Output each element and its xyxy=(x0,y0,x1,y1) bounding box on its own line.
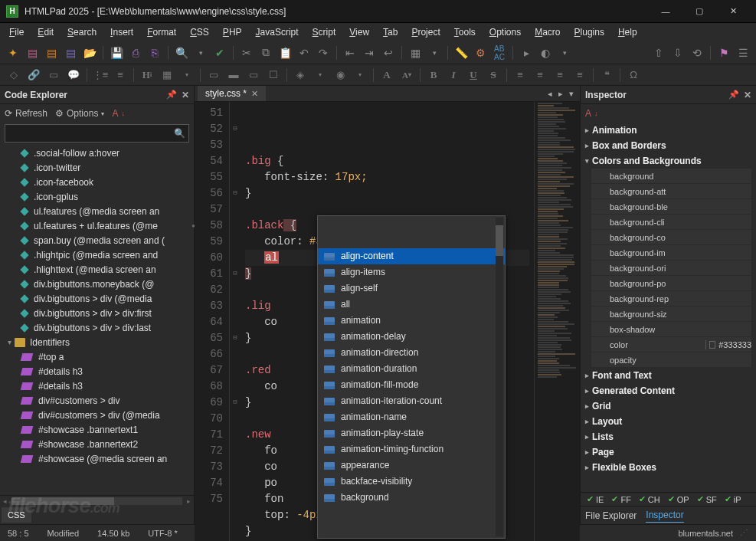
line-number[interactable]: 62 xyxy=(195,282,223,298)
autocomplete-item[interactable]: animation-iteration-count xyxy=(318,393,505,409)
fold-marker[interactable] xyxy=(230,169,241,185)
strike-icon[interactable]: S xyxy=(484,67,502,84)
pin-icon[interactable]: 📌 xyxy=(166,90,177,100)
fold-marker[interactable] xyxy=(230,459,241,475)
refresh-button[interactable]: ⟳Refresh xyxy=(5,108,47,119)
inspector-category[interactable]: ▸Lists xyxy=(581,429,756,444)
script-dropdown-icon[interactable]: ▾ xyxy=(351,67,369,84)
fold-marker[interactable] xyxy=(230,218,241,234)
indent-right-icon[interactable]: ⇥ xyxy=(361,44,378,61)
tree-ident-item[interactable]: #showcase (@media screen an xyxy=(0,451,194,466)
settings-icon[interactable]: ☰ xyxy=(735,44,751,61)
italic-icon[interactable]: I xyxy=(444,67,463,84)
line-number[interactable]: 63 xyxy=(195,298,223,314)
resize-grip-icon[interactable]: ⋰ xyxy=(733,528,748,538)
line-number[interactable]: 64 xyxy=(195,314,223,330)
download-icon[interactable]: ⇩ xyxy=(669,44,686,61)
save-icon[interactable]: 💾 xyxy=(108,44,125,61)
table-icon[interactable]: ▦ xyxy=(158,67,176,84)
fold-marker[interactable] xyxy=(230,282,241,298)
inspector-category[interactable]: ▾Colors and Backgrounds xyxy=(581,153,756,169)
inspector-property[interactable]: background-co xyxy=(591,230,751,244)
autocomplete-scrollbar[interactable] xyxy=(496,218,503,536)
menu-edit[interactable]: Edit xyxy=(31,25,60,39)
autocomplete-item[interactable]: backface-visibility xyxy=(318,474,505,490)
heading-icon[interactable]: Hi xyxy=(138,67,156,84)
code-line[interactable]: .big { xyxy=(245,153,529,169)
panel-close-icon[interactable]: ✕ xyxy=(744,90,751,100)
tree-class-item[interactable]: .hlighttext (@media screen an xyxy=(0,262,194,277)
menu-macro[interactable]: Macro xyxy=(529,25,566,39)
autocomplete-item[interactable]: animation-direction xyxy=(318,345,505,361)
explorer-search[interactable]: 🔍 xyxy=(5,124,189,143)
fold-marker[interactable] xyxy=(230,298,241,314)
css-dropdown-icon[interactable]: ▾ xyxy=(311,67,329,84)
inspector-property[interactable]: background-ble xyxy=(591,199,751,214)
tag-icon[interactable]: ◇ xyxy=(5,67,23,84)
fold-marker[interactable]: ⊟ xyxy=(230,121,241,137)
new-icon[interactable]: ✦ xyxy=(5,44,21,61)
line-number[interactable]: 57 xyxy=(195,202,223,218)
fold-marker[interactable]: ⊟ xyxy=(230,185,241,202)
fold-marker[interactable] xyxy=(230,153,241,169)
fold-marker[interactable] xyxy=(230,491,241,507)
tidy-icon[interactable]: ABAC xyxy=(491,44,508,61)
autocomplete-item[interactable]: align-items xyxy=(318,264,505,280)
line-number[interactable]: 70 xyxy=(195,411,223,427)
tree-class-item[interactable]: .hlightpic (@media screen and xyxy=(0,248,194,262)
comment-icon[interactable]: 💬 xyxy=(64,67,83,84)
tree-class-item[interactable]: .icon-facebook xyxy=(0,175,194,189)
fold-marker[interactable] xyxy=(230,362,241,379)
fold-marker[interactable] xyxy=(230,137,241,153)
checkbox-icon[interactable]: ☐ xyxy=(264,67,283,84)
autocomplete-item[interactable]: background xyxy=(318,490,505,506)
inspector-category[interactable]: ▸Animation xyxy=(581,123,756,138)
inspector-property[interactable]: background-po xyxy=(591,276,751,290)
tree-class-item[interactable]: .icon-twitter xyxy=(0,160,194,175)
font-color-icon[interactable]: A xyxy=(378,67,396,84)
line-number[interactable]: 69 xyxy=(195,395,223,411)
pin-icon[interactable]: 📌 xyxy=(728,90,739,100)
fold-marker[interactable] xyxy=(230,475,241,491)
search-icon[interactable]: 🔍 xyxy=(174,128,185,139)
autocomplete-item[interactable]: animation-duration xyxy=(318,361,505,377)
line-number[interactable]: 59 xyxy=(195,234,223,250)
image-icon[interactable]: ▭ xyxy=(44,67,63,84)
line-number[interactable]: 73 xyxy=(195,459,223,475)
fold-marker[interactable] xyxy=(230,379,241,395)
save-all-icon[interactable]: ⎙ xyxy=(127,44,144,61)
scrollbar-h[interactable]: ◂ ▸ xyxy=(0,495,194,506)
menu-tab[interactable]: Tab xyxy=(377,25,404,39)
explorer-search-input[interactable] xyxy=(8,128,174,139)
close-button[interactable]: ✕ xyxy=(716,1,750,22)
link-icon[interactable]: 🔗 xyxy=(25,67,43,84)
tree-class-item[interactable]: div.bigbuttons > div > div:first xyxy=(0,306,194,320)
copy-icon[interactable]: ⧉ xyxy=(257,44,274,61)
code-line[interactable] xyxy=(245,137,529,153)
inspector-category[interactable]: ▸Page xyxy=(581,444,756,460)
line-number[interactable]: 55 xyxy=(195,169,223,185)
fold-marker[interactable] xyxy=(230,250,241,266)
menu-script[interactable]: Script xyxy=(306,25,342,39)
line-number[interactable]: 72 xyxy=(195,443,223,459)
tab-prev-icon[interactable]: ◂ xyxy=(545,89,555,99)
autocomplete-item[interactable]: animation-name xyxy=(318,409,505,425)
list-bul-icon[interactable]: ≡ xyxy=(111,67,129,84)
new-js-icon[interactable]: ▤ xyxy=(43,44,60,61)
line-number[interactable]: 53 xyxy=(195,137,223,153)
fold-marker[interactable] xyxy=(230,443,241,459)
fold-marker[interactable] xyxy=(230,427,241,443)
tree-ident-item[interactable]: #top a xyxy=(0,349,194,364)
line-number[interactable]: 75 xyxy=(195,491,223,507)
inspector-category[interactable]: ▸Box and Borders xyxy=(581,138,756,153)
tree-ident-item[interactable]: #showcase .bannertext2 xyxy=(0,437,194,451)
table-dropdown-icon[interactable]: ▾ xyxy=(178,67,196,84)
line-number[interactable]: 52 xyxy=(195,121,223,137)
line-number[interactable]: 61 xyxy=(195,266,223,282)
align-left-icon[interactable]: ≡ xyxy=(511,67,529,84)
autocomplete-item[interactable]: all xyxy=(318,297,505,313)
inspector-property[interactable]: background xyxy=(591,169,751,183)
inspector-category[interactable]: ▸Font and Text xyxy=(581,368,756,383)
tree-class-item[interactable]: span.buy (@media screen and ( xyxy=(0,233,194,248)
preview-icon[interactable]: ▸ xyxy=(518,44,535,61)
